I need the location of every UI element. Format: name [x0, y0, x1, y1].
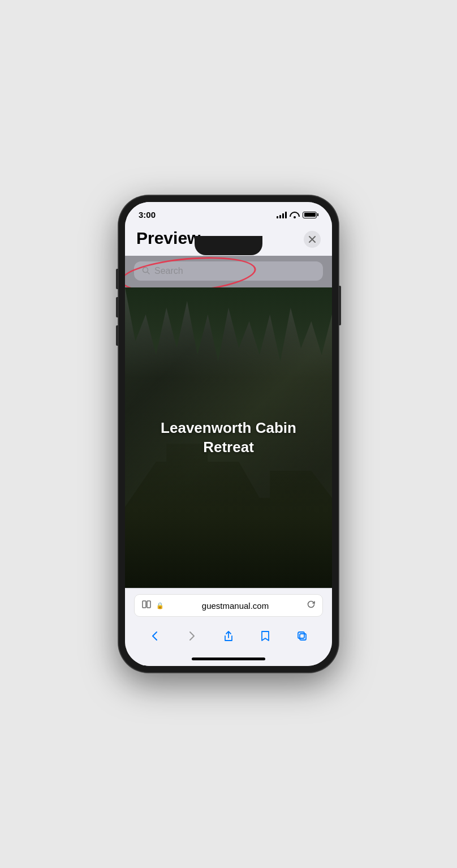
search-bar[interactable]: Search — [134, 261, 323, 281]
address-bar[interactable]: 🔒 guestmanual.com — [134, 594, 323, 617]
forward-button[interactable] — [179, 624, 204, 648]
bookmarks-button[interactable] — [253, 624, 278, 648]
phone-notch — [195, 236, 262, 255]
address-text: guestmanual.com — [169, 601, 302, 611]
lock-icon: 🔒 — [156, 602, 164, 609]
reload-icon[interactable] — [307, 600, 316, 611]
svg-rect-1 — [143, 601, 146, 608]
home-bar — [192, 658, 265, 660]
battery-icon — [303, 212, 318, 218]
status-time: 3:00 — [139, 210, 156, 220]
back-button[interactable] — [143, 624, 167, 648]
svg-point-0 — [143, 267, 148, 272]
search-placeholder: Search — [154, 266, 183, 276]
share-button[interactable] — [216, 624, 241, 648]
svg-rect-3 — [298, 632, 304, 638]
search-area: Search — [125, 256, 332, 287]
signal-icon — [277, 212, 287, 218]
phone-device: 3:00 Preview — [118, 195, 339, 673]
wifi-icon — [290, 212, 299, 218]
home-indicator — [125, 654, 332, 666]
reader-mode-icon — [141, 599, 152, 612]
search-icon — [142, 267, 150, 276]
status-bar: 3:00 — [125, 202, 332, 223]
status-icons — [277, 212, 318, 218]
phone-screen: 3:00 Preview — [125, 202, 332, 666]
svg-rect-2 — [147, 601, 150, 608]
hero-title: Leavenworth Cabin Retreat — [125, 419, 332, 457]
close-button[interactable] — [304, 231, 321, 248]
tabs-button[interactable] — [290, 624, 314, 648]
browser-toolbar: 🔒 guestmanual.com — [125, 588, 332, 621]
close-icon — [309, 236, 316, 243]
hero-image: Leavenworth Cabin Retreat — [125, 287, 332, 588]
preview-title: Preview — [136, 229, 200, 247]
svg-rect-4 — [300, 634, 306, 640]
browser-nav — [125, 621, 332, 654]
